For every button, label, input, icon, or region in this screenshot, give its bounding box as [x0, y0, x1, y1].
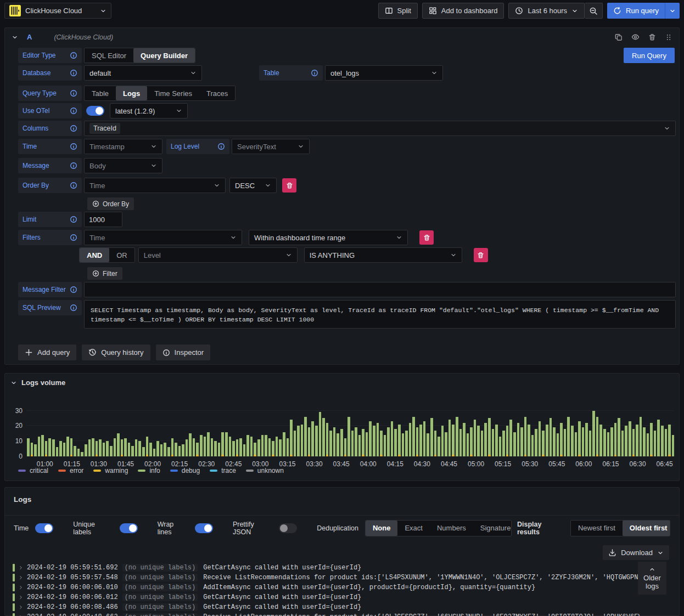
info-icon: [311, 69, 318, 77]
sql-preview-label: SQL Preview: [18, 300, 82, 315]
unique-labels-toggle[interactable]: [120, 523, 138, 533]
use-otel-toggle[interactable]: [86, 106, 104, 116]
legend-item-info[interactable]: info: [138, 467, 160, 474]
trash-icon: [477, 252, 484, 259]
volume-bar: [103, 408, 105, 456]
column-chip[interactable]: TraceId: [89, 123, 120, 134]
legend-item-debug[interactable]: debug: [170, 467, 200, 474]
volume-bar: [99, 408, 102, 456]
volume-bar: [463, 408, 466, 456]
legend-item-warning[interactable]: warning: [93, 467, 128, 474]
run-query-button[interactable]: Run query: [607, 3, 665, 19]
query-type-table[interactable]: Table: [85, 86, 116, 100]
wrap-lines-toggle[interactable]: [195, 523, 213, 533]
logs-volume-chart[interactable]: 010203001:0001:1501:3001:4502:0002:1502:…: [27, 408, 674, 456]
older-logs-button[interactable]: Older logs: [638, 562, 666, 595]
filter-condition-operator-select[interactable]: IS ANYTHING: [304, 247, 462, 263]
log-row[interactable]: 2024-02-19 06:00:18.663(no unique labels…: [13, 612, 641, 616]
chevron-down-icon: [214, 182, 220, 189]
log-level-select[interactable]: SeverityText: [232, 139, 310, 154]
log-row[interactable]: 2024-02-19 05:59:51.692(no unique labels…: [13, 563, 641, 573]
add-order-by-button[interactable]: Order By: [87, 197, 134, 210]
database-select[interactable]: default: [84, 65, 202, 81]
expand-row-icon[interactable]: [18, 585, 24, 590]
columns-multiselect[interactable]: TraceId: [84, 121, 676, 136]
query-type-traces[interactable]: Traces: [199, 86, 235, 100]
legend-item-error[interactable]: error: [58, 467, 83, 474]
time-toggle[interactable]: [35, 523, 53, 533]
volume-bar: [384, 408, 386, 456]
order-by-field-select[interactable]: Time: [84, 178, 226, 193]
editor-run-query-button[interactable]: Run Query: [624, 48, 675, 63]
prettify-json-toggle[interactable]: [279, 523, 297, 533]
log-timestamp: 2024-02-19 06:00:06.012: [27, 594, 118, 601]
download-icon: [608, 549, 616, 557]
add-filter-button[interactable]: Filter: [87, 267, 122, 280]
drag-handle-icon[interactable]: [665, 33, 672, 41]
dedup-exact[interactable]: Exact: [397, 521, 430, 536]
remove-filter-button[interactable]: [419, 230, 434, 245]
zoom-out-button[interactable]: [585, 3, 603, 19]
volume-bar: [539, 408, 541, 456]
volume-bar: [665, 408, 668, 456]
time-range-label: Last 6 hours: [528, 7, 567, 15]
log-timestamp: 2024-02-19 05:59:57.548: [27, 574, 118, 581]
add-query-button[interactable]: Add query: [18, 344, 76, 360]
legend-item-critical[interactable]: critical: [18, 467, 48, 474]
split-button[interactable]: Split: [378, 3, 418, 19]
display-oldest-first[interactable]: Oldest first: [623, 521, 670, 536]
filter-operator-select[interactable]: Within dashboard time range: [249, 230, 408, 245]
expand-row-icon[interactable]: [18, 565, 24, 570]
conjunction-or[interactable]: OR: [109, 248, 134, 262]
query-history-button[interactable]: Query history: [82, 344, 150, 360]
editor-type-query-builder[interactable]: Query Builder: [133, 48, 195, 63]
logs-volume-header[interactable]: Logs volume: [10, 378, 65, 387]
editor-type-sql-editor[interactable]: SQL Editor: [85, 48, 133, 63]
filter-condition-field-select[interactable]: Level: [138, 247, 298, 263]
expand-row-icon[interactable]: [18, 595, 24, 600]
remove-order-by-button[interactable]: [282, 178, 296, 193]
expand-row-icon[interactable]: [18, 575, 24, 580]
collapse-volume-icon: [10, 380, 17, 386]
query-type-time-series[interactable]: Time Series: [147, 86, 199, 100]
datasource-picker[interactable]: ClickHouse Cloud: [4, 3, 111, 19]
log-row[interactable]: 2024-02-19 06:00:08.486(no unique labels…: [13, 602, 641, 612]
dedup-numbers[interactable]: Numbers: [430, 521, 473, 536]
volume-bar: [48, 408, 51, 456]
time-range-picker[interactable]: Last 6 hours: [508, 3, 585, 19]
time-toggle-label: Time: [14, 524, 29, 532]
duplicate-query-icon[interactable]: [615, 33, 623, 41]
volume-bar: [564, 408, 567, 456]
run-query-dropdown[interactable]: [665, 3, 680, 19]
collapse-query-icon[interactable]: [12, 34, 18, 41]
delete-query-icon[interactable]: [648, 33, 656, 41]
query-type-logs[interactable]: Logs: [116, 86, 147, 100]
inspector-button[interactable]: Inspector: [156, 344, 210, 360]
otel-version-select[interactable]: latest (1.2.9): [110, 103, 188, 118]
add-to-dashboard-button[interactable]: Add to dashboard: [422, 3, 504, 19]
limit-input[interactable]: [84, 212, 122, 227]
time-column-select[interactable]: Timestamp: [84, 139, 162, 154]
remove-condition-button[interactable]: [474, 248, 488, 262]
log-row[interactable]: 2024-02-19 06:00:06.010(no unique labels…: [13, 583, 641, 592]
order-by-direction-select[interactable]: DESC: [229, 178, 277, 193]
dedup-signature[interactable]: Signature: [473, 521, 512, 536]
log-row[interactable]: 2024-02-19 06:00:06.012(no unique labels…: [13, 592, 641, 602]
volume-bar: [261, 408, 264, 456]
log-row[interactable]: 2024-02-19 05:59:57.548(no unique labels…: [13, 573, 641, 583]
toggle-visibility-icon[interactable]: [631, 33, 640, 41]
log-labels-badge: (no unique labels): [122, 613, 198, 616]
expand-row-icon[interactable]: [18, 604, 24, 610]
legend-item-unknown[interactable]: unknown: [246, 467, 284, 474]
filter-field-select[interactable]: Time: [84, 230, 242, 245]
dedup-none[interactable]: None: [366, 521, 398, 536]
message-filter-input[interactable]: [84, 282, 676, 297]
display-newest-first[interactable]: Newest first: [571, 521, 623, 536]
legend-item-trace[interactable]: trace: [210, 467, 236, 474]
download-button[interactable]: Download: [603, 545, 669, 560]
chevron-down-icon: [450, 252, 457, 258]
table-select[interactable]: otel_logs: [325, 65, 443, 81]
conjunction-and[interactable]: AND: [80, 248, 109, 262]
message-column-select[interactable]: Body: [84, 158, 162, 173]
volume-bar: [229, 408, 232, 456]
